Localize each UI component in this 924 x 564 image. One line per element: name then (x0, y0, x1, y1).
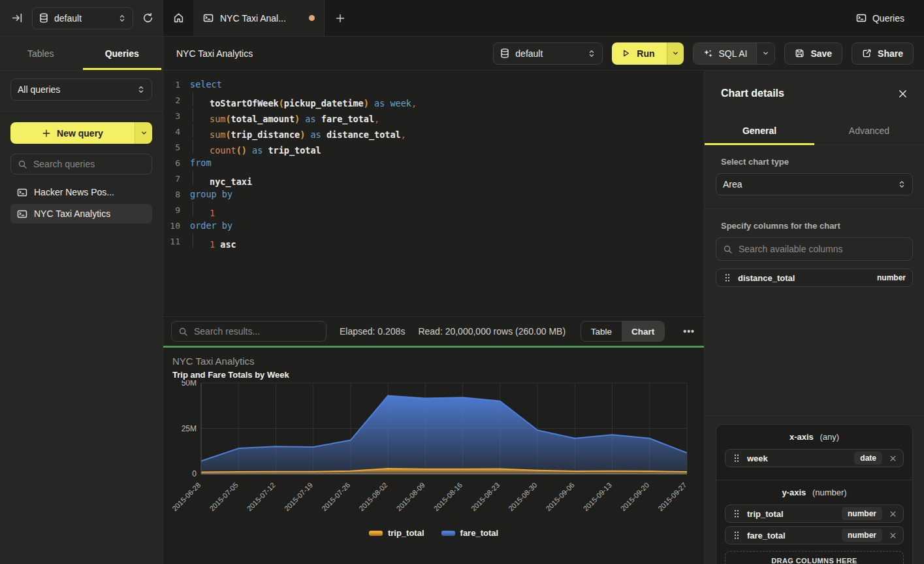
code-line[interactable]: 2 toStartOfWeek(pickup_datetime) as week… (163, 92, 704, 108)
tab-advanced[interactable]: Advanced (814, 116, 924, 144)
chart-type-select[interactable]: Area (716, 173, 913, 195)
queries-indicator-label: Queries (872, 13, 904, 24)
run-split-button: Run (612, 42, 683, 65)
page-title: NYC Taxi Analytics (176, 48, 253, 59)
share-button[interactable]: Share (852, 42, 914, 65)
column-type-badge: number (877, 273, 906, 282)
code-line[interactable]: 6 from (163, 155, 704, 171)
new-query-options-button[interactable] (135, 122, 152, 144)
code-line[interactable]: 3 sum(total_amount) as fare_total, (163, 108, 704, 124)
tab-general[interactable]: General (705, 116, 814, 144)
queries-indicator[interactable]: Queries (856, 0, 924, 36)
run-options-button[interactable] (667, 42, 684, 65)
chart-panel: NYC Taxi Analytics Trip and Fare Totals … (163, 348, 704, 564)
drag-handle-icon[interactable] (733, 454, 740, 463)
svg-text:2015-07-12: 2015-07-12 (246, 481, 277, 512)
code-line[interactable]: 4 sum(trip_distance) as distance_total, (163, 124, 704, 139)
view-table-button[interactable]: Table (581, 322, 622, 341)
area-chart[interactable]: 025M50M2015-06-282015-07-052015-07-12201… (163, 380, 704, 528)
new-query-button-label: New query (57, 128, 103, 139)
svg-text:2015-09-13: 2015-09-13 (582, 481, 613, 512)
column-chip[interactable]: fare_total number (725, 526, 904, 544)
line-code: nyc_taxi (190, 171, 252, 187)
column-chip[interactable]: week date (725, 449, 904, 467)
tab-queries[interactable]: Queries (82, 37, 163, 70)
code-line[interactable]: 11 1 asc (163, 233, 704, 249)
home-tab-button[interactable] (163, 0, 194, 36)
chart-details-header: Chart details (705, 71, 924, 116)
chart-details-panel: Chart details General Advanced Select ch… (704, 71, 924, 564)
view-chart-button[interactable]: Chart (622, 322, 664, 341)
results-search-input[interactable] (194, 326, 319, 337)
drag-columns-drop-zone[interactable]: DRAG COLUMNS HERE (725, 551, 904, 564)
query-search-input[interactable] (33, 159, 145, 169)
run-button[interactable]: Run (612, 42, 666, 65)
indent-guide (193, 139, 210, 154)
plus-icon (335, 13, 345, 24)
chart-title: NYC Taxi Analytics (172, 356, 255, 367)
column-chip-name: trip_total (747, 509, 835, 519)
saved-query-item[interactable]: Hacker News Pos... (10, 182, 152, 202)
remove-column-icon[interactable] (889, 455, 897, 462)
y-axis-label: y-axis (782, 488, 806, 497)
line-number: 3 (163, 111, 180, 121)
y-axis-section: y-axis (number) trip_total number fare_t… (716, 480, 912, 564)
query-search (10, 154, 152, 174)
save-icon (795, 48, 805, 58)
terminal-icon (17, 209, 27, 219)
line-code: sum(trip_distance) as distance_total, (190, 124, 406, 140)
share-button-label: Share (878, 48, 903, 59)
sql-ai-button[interactable]: SQL AI (693, 43, 757, 64)
database-icon (500, 48, 509, 58)
query-filter-select[interactable]: All queries (10, 78, 152, 101)
new-tab-button[interactable] (325, 0, 356, 36)
column-chip[interactable]: distance_total number (716, 269, 913, 287)
terminal-icon (203, 13, 214, 23)
drag-handle-icon[interactable] (724, 273, 731, 282)
columns-search (716, 237, 913, 261)
code-line[interactable]: 5 count() as trip_total (163, 139, 704, 155)
database-selector[interactable]: default (32, 7, 133, 29)
legend-swatch (441, 531, 455, 536)
indent-guide (193, 108, 210, 122)
refresh-icon[interactable] (142, 12, 153, 24)
drag-handle-icon[interactable] (733, 531, 740, 540)
save-button[interactable]: Save (784, 42, 842, 65)
divider (0, 111, 163, 112)
home-icon (173, 12, 184, 24)
tab-tables[interactable]: Tables (0, 37, 82, 70)
results-more-menu-icon[interactable]: ••• (678, 326, 696, 337)
legend-swatch (369, 531, 383, 536)
collapse-sidebar-icon[interactable] (12, 12, 23, 24)
toolbar-database-selector[interactable]: default (493, 42, 603, 65)
chevron-down-icon (140, 129, 148, 137)
code-line[interactable]: 9 1 (163, 202, 704, 218)
column-chip[interactable]: trip_total number (725, 505, 904, 523)
query-filter-value: All queries (18, 84, 131, 95)
remove-column-icon[interactable] (889, 532, 897, 539)
code-line[interactable]: 1 select (163, 76, 704, 92)
columns-search-input[interactable] (739, 244, 906, 254)
svg-text:2015-09-20: 2015-09-20 (619, 481, 650, 512)
saved-query-item[interactable]: NYC Taxi Analytics (10, 204, 152, 224)
sql-editor[interactable]: 1 select 2 toStartOfWeek(pickup_datetime… (163, 71, 704, 316)
legend-item[interactable]: fare_total (441, 528, 499, 538)
code-line[interactable]: 7 nyc_taxi (163, 171, 704, 186)
chart-legend: trip_total fare_total (163, 528, 704, 538)
tab-strip: NYC Taxi Anal... (163, 0, 856, 36)
drag-handle-icon[interactable] (733, 509, 740, 518)
remove-column-icon[interactable] (889, 510, 897, 518)
code-line[interactable]: 8 group by (163, 186, 704, 202)
legend-item[interactable]: trip_total (369, 528, 424, 538)
x-axis-header: x-axis (any) (725, 432, 904, 442)
close-icon[interactable] (898, 89, 908, 99)
query-tab[interactable]: NYC Taxi Anal... (194, 0, 325, 36)
indent-guide (193, 233, 210, 248)
line-number: 7 (163, 174, 180, 184)
svg-text:2015-09-27: 2015-09-27 (656, 481, 688, 512)
chevron-down-icon (762, 50, 769, 57)
sql-ai-options-button[interactable] (756, 43, 774, 64)
new-query-button[interactable]: New query (10, 122, 135, 144)
column-type-badge: number (842, 529, 882, 542)
code-line[interactable]: 10 order by (163, 218, 704, 233)
